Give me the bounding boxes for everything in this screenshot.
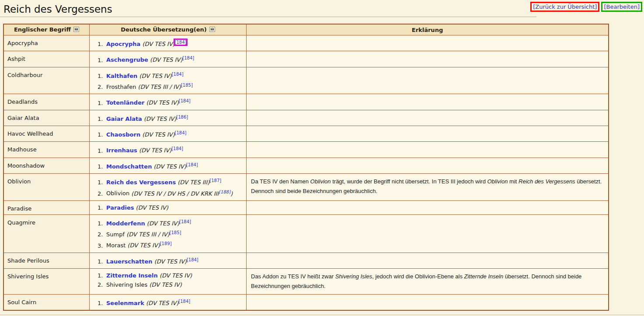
reference-link[interactable]: [184] [187, 257, 198, 262]
reference-sup: [184] [175, 40, 187, 45]
list-number: 1. [97, 39, 106, 49]
reference-link[interactable]: [189] [160, 241, 172, 246]
reference-link[interactable]: [188] [219, 189, 230, 194]
translation-list: 1.Kalthafen (DV TES IV)[184]2.Frosthafen… [93, 70, 243, 92]
translation-item: 1.Modderfenn (DV TES IV)[184] [97, 217, 243, 228]
reference-link[interactable]: [185] [170, 230, 181, 235]
reference-sup: [184] [179, 98, 191, 103]
list-number: 1. [97, 162, 106, 171]
translation-text: Shivering Isles [106, 281, 147, 288]
translation-item: 1.Gaiar Alata (DV TES IV)[186] [97, 112, 243, 123]
reference-link[interactable]: [184] [182, 56, 194, 60]
explanation-cell: Das Addon zu TES IV heißt zwar Shivering… [247, 268, 609, 294]
translation-item: 1.Paradies (DV TES IV) [97, 203, 243, 212]
translation-link[interactable]: Totenländer [106, 100, 144, 106]
translation-item: 1.Aschengrube (DV TES IV)[184] [97, 53, 243, 64]
translation-source: (DV TES IV) [147, 220, 179, 227]
reference-link[interactable]: [184] [171, 146, 183, 151]
translation-item: 1.Irrenhaus (DV TES IV)[184] [97, 144, 243, 155]
page-actions: [Zurück zur Übersicht] [Bearbeiten] [530, 2, 642, 12]
wiki-page: Reich des Vergessens [Zurück zur Übersic… [0, 0, 644, 311]
english-term-label: Madhouse [7, 146, 37, 153]
translation-item: 1.Mondschatten (DV TES IV)[184] [97, 160, 243, 171]
translation-source: (DV TES IV) [144, 116, 176, 122]
english-term-cell: Oblivion [3, 173, 90, 200]
translations-cell: 1.Chaosborn (DV TES IV)[184] [90, 126, 247, 141]
sort-icon[interactable] [73, 27, 79, 33]
english-term-label: Coldharbour [7, 72, 42, 78]
translations-cell: 1.Kalthafen (DV TES IV)[184]2.Frosthafen… [90, 67, 247, 94]
list-number: 1. [97, 71, 106, 81]
translation-source: (DV TES IV) [150, 281, 182, 288]
translation-link[interactable]: Mondschatten [106, 163, 152, 170]
column-header-label: Erklärung [412, 27, 443, 33]
translations-cell: 1.Modderfenn (DV TES IV)[184]2.Sumpf (DV… [90, 214, 247, 253]
translation-list: 1.Aschengrube (DV TES IV)[184] [93, 53, 243, 64]
reference-link[interactable]: [184] [178, 299, 190, 304]
reference-link[interactable]: [184] [175, 130, 187, 135]
translation-link[interactable]: Apocrypha [106, 41, 140, 47]
translation-link[interactable]: Chaosborn [106, 131, 140, 138]
column-header-english[interactable]: Englischer Begriff [3, 24, 90, 35]
translation-item: 2.Shivering Isles (DV TES IV) [97, 280, 243, 289]
translation-link[interactable]: Zitternde Inseln [106, 272, 158, 279]
translation-source: (DV TES IV) [146, 100, 179, 106]
translation-link[interactable]: Kalthafen [106, 73, 137, 79]
translation-link[interactable]: Reich des Vergessens [106, 179, 176, 186]
title-rule [0, 17, 536, 17]
reference-link[interactable]: [186] [176, 115, 188, 119]
translations-cell: 1.Lauerschatten (DV TES IV)[184] [90, 253, 247, 268]
reference-link[interactable]: [184] [179, 219, 191, 224]
english-term-label: Moonshadow [7, 162, 45, 169]
translation-link[interactable]: Lauerschatten [106, 258, 153, 265]
translation-source: (DV TES IV) [160, 272, 192, 279]
translation-source: (DV TES IV) [128, 242, 160, 249]
reference-sup: [189] [160, 241, 172, 246]
translation-list: 1.Reich des Vergessens (DV TES III)[187]… [93, 176, 243, 198]
reference-link[interactable]: [184] [179, 98, 191, 103]
english-term-cell: Ashpit [3, 51, 90, 67]
reference-link[interactable]: [184] [175, 40, 187, 45]
translation-link[interactable]: Irrenhaus [106, 147, 137, 154]
column-header-german[interactable]: Deutsche Übersetzung(en) [90, 24, 247, 35]
reference-sup: [185] [181, 83, 193, 88]
table-row: Oblivion1.Reich des Vergessens (DV TES I… [3, 173, 609, 200]
table-row: Paradise1.Paradies (DV TES IV) [3, 200, 609, 214]
reference-link[interactable]: [187] [209, 178, 221, 183]
reference-sup: [184] [172, 72, 184, 77]
column-header-explanation[interactable]: Erklärung [247, 24, 609, 35]
translation-item: 1.Apocrypha (DV TES IV)[184] [97, 38, 243, 49]
translation-source: (DV TES IV) [150, 57, 182, 63]
list-number: 3. [97, 241, 106, 250]
reference-link[interactable]: [185] [181, 83, 193, 88]
english-term-label: Quagmire [7, 219, 35, 226]
english-term-label: Deadlands [7, 98, 38, 105]
table-row: Quagmire1.Modderfenn (DV TES IV)[184]2.S… [3, 214, 609, 253]
reference-sup: [187] [209, 178, 221, 183]
reference-link[interactable]: [184] [186, 162, 198, 167]
list-number: 1. [97, 203, 106, 212]
reference-sup: [184] [186, 162, 198, 167]
translation-source: (DV TES III / IV) [138, 84, 181, 90]
explanation-text: mit [508, 178, 519, 185]
translation-source: (DV TES IV) [142, 131, 174, 138]
reference-link[interactable]: [184] [172, 72, 184, 77]
translation-link[interactable]: Modderfenn [106, 220, 145, 227]
translation-link[interactable]: Aschengrube [106, 57, 148, 63]
english-term-cell: Deadlands [3, 94, 90, 110]
back-to-overview-link[interactable]: [Zurück zur Übersicht] [530, 2, 599, 12]
sort-icon[interactable] [209, 27, 215, 33]
translation-link[interactable]: Paradies [106, 204, 134, 211]
translation-item: 1.Reich des Vergessens (DV TES III)[187] [97, 176, 243, 187]
explanation-cell [247, 126, 609, 141]
reference-sup: [184] [175, 130, 187, 135]
english-term-label: Shivering Isles [7, 273, 49, 280]
list-number: 2. [97, 280, 106, 289]
translation-link[interactable]: Gaiar Alata [106, 116, 142, 122]
list-number: 1. [97, 271, 106, 280]
translation-text: Morast [106, 242, 125, 249]
explanation-cell [247, 158, 609, 173]
translation-link[interactable]: Seelenmark [106, 300, 144, 306]
edit-link[interactable]: [Bearbeiten] [601, 2, 642, 12]
table-row: Ashpit1.Aschengrube (DV TES IV)[184] [3, 51, 609, 67]
